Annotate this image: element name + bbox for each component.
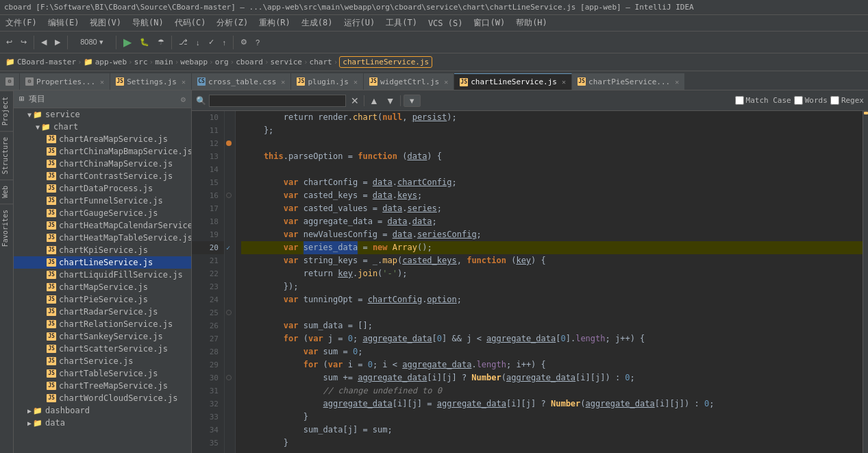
commit-btn[interactable]: ✓: [205, 36, 218, 49]
vcs-btn[interactable]: ⎇: [175, 36, 191, 49]
menu-item-n[interactable]: 导航(N): [127, 15, 169, 31]
menu-item-w[interactable]: 窗口(W): [468, 15, 510, 31]
tab-chart-pie-service[interactable]: JS chartPieService... ✕: [572, 73, 685, 90]
forward-btn[interactable]: ▶: [51, 36, 64, 49]
breadcrumb-cboard[interactable]: cboard: [236, 58, 263, 66]
sidebar-item-area[interactable]: JS chartAreaMapService.js: [14, 133, 191, 145]
back-btn[interactable]: ◀: [38, 36, 50, 49]
tab-close-settings[interactable]: ✕: [182, 78, 186, 86]
build-selector[interactable]: 8080 ▾: [71, 36, 112, 49]
tab-chart-line-service[interactable]: JS chartLineService.js ✕: [454, 73, 572, 90]
tab-cross-table-css[interactable]: CS cross_table.css ✕: [192, 73, 291, 90]
sidebar-item-radar[interactable]: JS chartRadarService.js: [14, 306, 191, 318]
find-input[interactable]: [209, 95, 346, 107]
sidebar-item-scatter[interactable]: JS chartScatterService.js: [14, 343, 191, 355]
tab-close-widget[interactable]: ✕: [444, 78, 448, 86]
sidebar-item-liquidfill[interactable]: JS chartLiquidFillService.js: [14, 269, 191, 281]
linenum-27: 27: [192, 332, 224, 345]
breadcrumb-webapp[interactable]: webapp: [180, 58, 208, 66]
sidebar-item-relation[interactable]: JS chartRelationService.js: [14, 318, 191, 330]
tab-web[interactable]: Web: [0, 180, 13, 204]
linenum-29: 29: [192, 358, 224, 371]
breadcrumb-cboard-master[interactable]: 📁 CBoard-master: [5, 58, 76, 66]
sidebar-item-chinamap-bmap[interactable]: JS chartChinaMapBmapService.js: [14, 145, 191, 158]
code-content[interactable]: return render.chart(null, persist); }; t…: [236, 111, 863, 453]
sidebar-item-data[interactable]: ▶ 📁 data: [14, 417, 191, 429]
sidebar-item-sankey[interactable]: JS chartSankeyService.js: [14, 330, 191, 343]
sidebar-item-treemap[interactable]: JS chartTreeMapService.js: [14, 380, 191, 392]
tab-project[interactable]: Project: [0, 90, 13, 131]
undo-btn[interactable]: ↩: [3, 36, 16, 49]
sidebar-item-pie[interactable]: JS chartPieService.js: [14, 293, 191, 306]
run-btn[interactable]: ▶: [120, 34, 135, 51]
help-btn[interactable]: ?: [252, 36, 263, 49]
sidebar-item-chinamap[interactable]: JS chartChinaMapService.js: [14, 158, 191, 170]
sidebar-item-map[interactable]: JS chartMapService.js: [14, 281, 191, 293]
breadcrumb-src[interactable]: src: [134, 58, 148, 66]
tab-close-plugin[interactable]: ✕: [354, 78, 358, 86]
tab-widget-ctrl[interactable]: JS widgetCtrl.js ✕: [364, 73, 454, 90]
sidebar-item-chart[interactable]: ▼ 📁 chart: [14, 121, 191, 133]
redo-btn[interactable]: ↪: [17, 36, 30, 49]
menu-item-r[interactable]: 重构(R): [253, 15, 296, 31]
menu-item-e[interactable]: 编辑(E): [42, 15, 85, 31]
tab-close-chartpie[interactable]: ✕: [675, 78, 679, 86]
words-checkbox[interactable]: Words: [794, 96, 828, 105]
sidebar-item-service[interactable]: ▼ 📁 service: [14, 108, 191, 121]
menu-item-z[interactable]: 分析(Z): [211, 15, 253, 31]
tab-favorites[interactable]: Favorites: [0, 204, 13, 252]
sidebar-item-heatmap-table[interactable]: JS chartHeatMapTableService.js: [14, 232, 191, 244]
menu-item-h[interactable]: 帮助(H): [510, 15, 553, 31]
find-clear-btn[interactable]: ✕: [349, 95, 361, 106]
tab-close-chartline[interactable]: ✕: [562, 78, 566, 86]
menu-item-t[interactable]: 工具(T): [380, 15, 423, 31]
sidebar-item-kpi[interactable]: JS chartKpiService.js: [14, 244, 191, 256]
sidebar-item-service-js[interactable]: JS chartService.js: [14, 355, 191, 367]
find-prev-btn[interactable]: ▲: [367, 95, 381, 106]
menu-item-[interactable]: 生成(8): [296, 15, 338, 31]
find-next-btn[interactable]: ▼: [384, 95, 397, 106]
tab-settings-js[interactable]: JS Settings.js ✕: [110, 73, 192, 90]
sidebar-item-table[interactable]: JS chartTableService.js: [14, 367, 191, 380]
breadcrumb-app-web[interactable]: 📁 app-web: [84, 58, 127, 66]
folder-icon-chart: 📁: [41, 123, 51, 132]
code-line-26: var sum_data = [];: [241, 319, 863, 332]
breadcrumb-chart[interactable]: chart: [310, 58, 332, 66]
tab-plugin-js[interactable]: JS plugin.js ✕: [291, 73, 364, 90]
sidebar-item-dashboard[interactable]: ▶ 📁 dashboard: [14, 404, 191, 417]
sidebar-item-dataprocess[interactable]: JS chartDataProcess.js: [14, 182, 191, 195]
tab-close-css[interactable]: ✕: [281, 78, 285, 86]
code-line-12: [241, 137, 863, 150]
tab-close-properties[interactable]: ✕: [100, 78, 104, 86]
tab-properties[interactable]: ⚙ Properties... ✕: [20, 73, 110, 90]
sidebar-item-wordcloud[interactable]: JS chartWordCloudService.js: [14, 392, 191, 404]
breadcrumb-file[interactable]: chartLineService.js: [339, 56, 432, 68]
menu-item-f[interactable]: 文件(F): [0, 15, 42, 31]
menu-item-v[interactable]: 视图(V): [84, 15, 127, 31]
regex-checkbox[interactable]: Regex: [830, 96, 864, 105]
update-btn[interactable]: ↓: [193, 36, 203, 49]
file-icon-chinamap: JS: [47, 160, 56, 168]
find-filter-btn[interactable]: ▼: [404, 95, 421, 107]
sidebar-settings-icon[interactable]: ⚙: [181, 95, 186, 104]
match-case-checkbox[interactable]: Match Case: [735, 96, 791, 105]
settings-btn[interactable]: ⚙: [237, 36, 251, 49]
sidebar-item-gauge[interactable]: JS chartGaugeService.js: [14, 207, 191, 219]
push-btn[interactable]: ↑: [219, 36, 230, 49]
coverage-btn[interactable]: ☂: [154, 36, 168, 49]
code-area[interactable]: 10 11 12 13 14 15 16 17 18 19 20 21 22 2…: [192, 111, 868, 453]
sidebar-item-funnel[interactable]: JS chartFunnelService.js: [14, 195, 191, 207]
breadcrumb-service[interactable]: service: [271, 58, 302, 66]
menu-item-u[interactable]: 运行(U): [338, 15, 381, 31]
tab-settings-gear[interactable]: ⚙: [0, 73, 20, 90]
sidebar-item-heatmap-cal[interactable]: JS chartHeatMapCalendarService.js: [14, 219, 191, 232]
file-icon-funnel: JS: [47, 197, 56, 205]
debug-btn[interactable]: 🐛: [136, 36, 153, 49]
menu-item-c[interactable]: 代码(C): [169, 15, 212, 31]
sidebar-item-line[interactable]: JS chartLineService.js: [14, 256, 191, 269]
breadcrumb-main[interactable]: main: [155, 58, 173, 66]
breadcrumb-org[interactable]: org: [215, 58, 229, 66]
sidebar-item-contrast[interactable]: JS chartContrastService.js: [14, 170, 191, 182]
tab-structure[interactable]: Structure: [0, 131, 13, 180]
menu-item-vcss[interactable]: VCS (S): [423, 15, 469, 31]
